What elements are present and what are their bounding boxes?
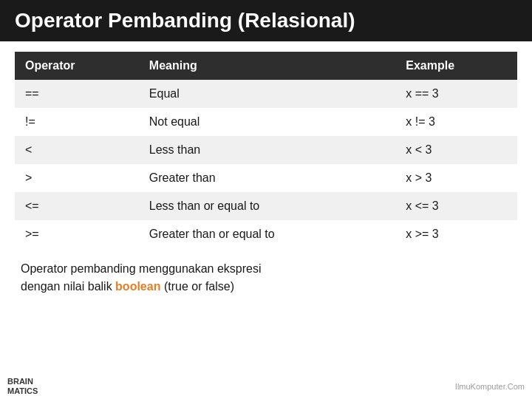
col-header-meaning: Meaning [139, 52, 395, 80]
cell-example: x < 3 [395, 136, 517, 164]
bottom-bar: BRAINMATICS IlmuKomputer.Com [0, 374, 532, 399]
page-title: Operator Pembanding (Relasional) [15, 9, 355, 32]
cell-operator: > [15, 164, 139, 192]
cell-operator: >= [15, 220, 139, 248]
logo-left: BRAINMATICS [7, 377, 38, 396]
table-row: ==Equalx == 3 [15, 80, 517, 108]
footer-line1: Operator pembanding menggunakan ekspresi [21, 260, 511, 278]
footer-text: Operator pembanding menggunakan ekspresi… [15, 260, 517, 296]
cell-example: x >= 3 [395, 220, 517, 248]
title-bar: Operator Pembanding (Relasional) [0, 0, 532, 41]
operators-table: Operator Meaning Example ==Equalx == 3!=… [15, 52, 517, 248]
table-row: !=Not equalx != 3 [15, 108, 517, 136]
cell-meaning: Less than [139, 136, 395, 164]
ilmukomputer-logo: IlmuKomputer.Com [455, 382, 525, 391]
cell-operator: != [15, 108, 139, 136]
col-header-operator: Operator [15, 52, 139, 80]
cell-meaning: Less than or equal to [139, 192, 395, 220]
footer-line2-before: dengan nilai balik [21, 280, 115, 293]
table-row: >Greater thanx > 3 [15, 164, 517, 192]
table-row: >=Greater than or equal tox >= 3 [15, 220, 517, 248]
cell-meaning: Greater than or equal to [139, 220, 395, 248]
cell-example: x != 3 [395, 108, 517, 136]
footer-line2: dengan nilai balik boolean (true or fals… [21, 278, 511, 296]
cell-meaning: Not equal [139, 108, 395, 136]
table-row: <Less thanx < 3 [15, 136, 517, 164]
cell-operator: < [15, 136, 139, 164]
table-row: <=Less than or equal tox <= 3 [15, 192, 517, 220]
col-header-example: Example [395, 52, 517, 80]
footer-boolean-highlight: boolean [115, 280, 160, 293]
cell-operator: == [15, 80, 139, 108]
cell-example: x > 3 [395, 164, 517, 192]
table-header-row: Operator Meaning Example [15, 52, 517, 80]
brainmatics-logo: BRAINMATICS [7, 377, 38, 396]
content: Operator Meaning Example ==Equalx == 3!=… [0, 41, 532, 374]
footer-line2-after: (true or false) [160, 280, 234, 293]
cell-operator: <= [15, 192, 139, 220]
cell-example: x <= 3 [395, 192, 517, 220]
cell-meaning: Equal [139, 80, 395, 108]
cell-example: x == 3 [395, 80, 517, 108]
cell-meaning: Greater than [139, 164, 395, 192]
page: Operator Pembanding (Relasional) Operato… [0, 0, 532, 399]
